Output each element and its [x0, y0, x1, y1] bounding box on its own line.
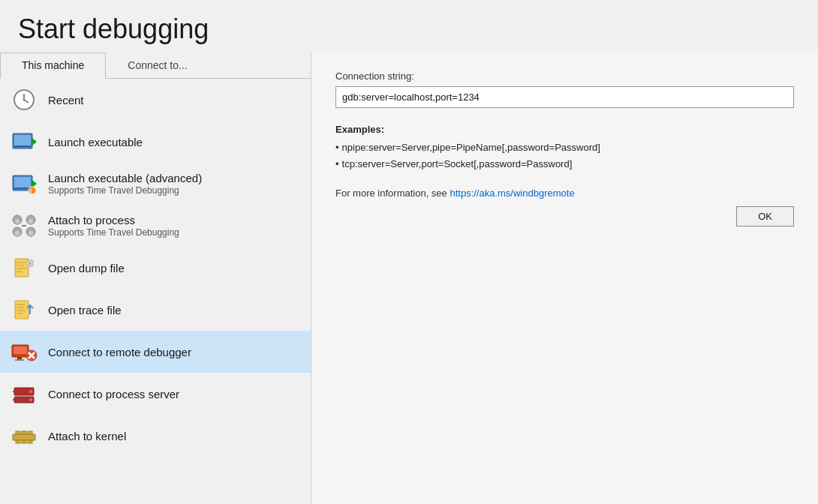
- svg-rect-27: [17, 271, 23, 272]
- svg-marker-11: [32, 180, 37, 188]
- svg-rect-53: [28, 431, 32, 434]
- svg-point-15: [15, 219, 20, 224]
- more-info-text: For more information, see: [335, 188, 450, 199]
- connect-process-server-icon: [11, 380, 38, 407]
- svg-rect-35: [17, 313, 23, 314]
- example1-text: npipe:server=Server,pipe=PipeName[,passw…: [342, 140, 600, 156]
- tab-bar: This machine Connect to...: [0, 52, 311, 79]
- svg-rect-32: [17, 304, 26, 305]
- examples-block: Examples: • npipe:server=Server,pipe=Pip…: [335, 122, 794, 172]
- svg-marker-7: [32, 138, 37, 146]
- ok-btn-row: OK: [335, 199, 794, 486]
- svg-rect-39: [17, 357, 22, 359]
- menu-item-open-dump-file-label: Open dump file: [48, 262, 125, 274]
- svg-rect-10: [14, 188, 31, 189]
- svg-rect-56: [28, 440, 32, 443]
- svg-point-22: [29, 231, 33, 236]
- menu-item-open-trace-file-label: Open trace file: [48, 304, 122, 316]
- svg-rect-38: [14, 346, 27, 354]
- open-dump-file-icon: [11, 254, 38, 281]
- svg-rect-33: [17, 307, 24, 308]
- svg-point-20: [15, 231, 20, 236]
- svg-rect-34: [17, 310, 26, 311]
- menu-item-recent-label: Recent: [48, 94, 84, 106]
- svg-rect-6: [14, 146, 31, 147]
- svg-rect-25: [17, 265, 24, 266]
- svg-rect-26: [17, 268, 26, 269]
- svg-point-3: [23, 99, 26, 101]
- menu-item-connect-process-server-label: Connect to process server: [48, 388, 179, 400]
- attach-to-kernel-icon: [11, 422, 38, 449]
- example2-text: tcp:server=Server,port=Socket[,password=…: [342, 156, 573, 172]
- connect-remote-debugger-icon: [11, 338, 38, 365]
- menu-item-launch-executable-advanced-sublabel: Supports Time Travel Debugging: [48, 185, 202, 196]
- launch-executable-advanced-icon: t: [11, 170, 38, 197]
- menu-item-attach-to-process-label: Attach to process: [48, 214, 179, 226]
- menu-item-recent[interactable]: Recent: [0, 79, 311, 121]
- ok-button[interactable]: OK: [736, 206, 794, 226]
- sidebar: This machine Connect to... Recent: [0, 52, 311, 504]
- example2-item: • tcp:server=Server,port=Socket[,passwor…: [335, 156, 794, 172]
- attach-to-process-icon: [11, 212, 38, 239]
- menu-item-attach-to-kernel-label: Attach to kernel: [48, 430, 126, 442]
- more-info: For more information, see https://aka.ms…: [335, 188, 794, 199]
- menu-item-launch-executable-advanced-label: Launch executable (advanced): [48, 172, 202, 184]
- svg-point-47: [29, 398, 32, 401]
- page-title: Start debugging: [0, 0, 818, 52]
- svg-point-17: [29, 219, 33, 224]
- menu-item-launch-executable-label: Launch executable: [48, 136, 143, 148]
- main-layout: This machine Connect to... Recent: [0, 52, 818, 504]
- tab-connect-to[interactable]: Connect to...: [106, 52, 209, 78]
- open-trace-file-icon: [11, 296, 38, 323]
- svg-rect-52: [22, 431, 26, 434]
- launch-executable-icon: [11, 128, 38, 155]
- connection-string-label: Connection string:: [335, 70, 794, 82]
- menu-item-open-trace-file[interactable]: Open trace file: [0, 289, 311, 331]
- content-panel: Connection string: Examples: • npipe:ser…: [311, 52, 818, 504]
- menu-item-connect-process-server[interactable]: Connect to process server: [0, 373, 311, 415]
- menu-item-open-dump-file[interactable]: Open dump file: [0, 247, 311, 289]
- menu-item-connect-remote-debugger[interactable]: Connect to remote debugger: [0, 331, 311, 373]
- svg-rect-51: [16, 431, 20, 434]
- svg-rect-24: [17, 262, 26, 263]
- menu-item-attach-to-process-sublabel: Supports Time Travel Debugging: [48, 227, 179, 238]
- tab-this-machine[interactable]: This machine: [0, 52, 106, 79]
- svg-rect-5: [14, 135, 31, 146]
- svg-rect-40: [15, 359, 24, 361]
- connection-string-input[interactable]: [335, 86, 794, 108]
- more-info-link[interactable]: https://aka.ms/windbgremote: [450, 188, 574, 199]
- svg-rect-55: [22, 440, 26, 443]
- example1-item: • npipe:server=Server,pipe=PipeName[,pas…: [335, 140, 794, 156]
- menu-item-launch-executable[interactable]: Launch executable: [0, 121, 311, 163]
- svg-point-46: [29, 390, 32, 393]
- clock-icon: [11, 86, 38, 113]
- menu-list: Recent Launch executable: [0, 79, 311, 504]
- examples-title: Examples:: [335, 122, 794, 138]
- svg-rect-50: [13, 434, 35, 440]
- menu-item-connect-remote-debugger-label: Connect to remote debugger: [48, 346, 191, 358]
- menu-item-attach-to-process[interactable]: Attach to process Supports Time Travel D…: [0, 205, 311, 247]
- svg-rect-54: [16, 440, 20, 443]
- svg-rect-9: [14, 177, 31, 188]
- menu-item-attach-to-kernel[interactable]: Attach to kernel: [0, 415, 311, 457]
- menu-item-launch-executable-advanced[interactable]: t Launch executable (advanced) Supports …: [0, 163, 311, 205]
